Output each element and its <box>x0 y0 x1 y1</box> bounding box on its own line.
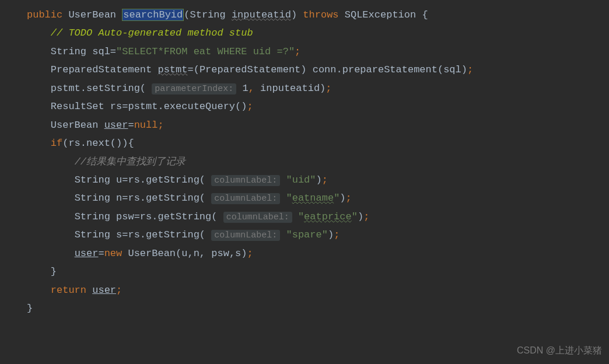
param-hint: columnLabel: <box>223 212 292 223</box>
code-line: user=new UserBean(u,n, psw,s); <box>27 244 609 262</box>
keyword-throws: throws <box>303 9 338 20</box>
type: UserBean <box>68 9 116 20</box>
code-line: //结果集中查找到了记录 <box>27 153 609 171</box>
code-line: if(rs.next()){ <box>27 134 609 152</box>
string-literal: "SELECT*FROM eat WHERE uid =?" <box>116 46 295 57</box>
param-hint: parameterIndex: <box>152 83 236 94</box>
exception-type: SQLException <box>345 9 416 20</box>
type: String <box>190 9 225 20</box>
code-line: // TODO Auto-generated method stub <box>27 24 609 42</box>
code-line: } <box>27 299 609 317</box>
keyword-null: null <box>134 120 158 131</box>
code-line: String sql="SELECT*FROM eat WHERE uid =?… <box>27 43 609 61</box>
comment-todo: // TODO Auto-generated method stub <box>51 27 253 38</box>
code-line: return user; <box>27 281 609 299</box>
code-line: String psw=rs.getString( columnLabel: "e… <box>27 208 609 226</box>
code-line: PreparedStatement pstmt=(PreparedStateme… <box>27 61 609 79</box>
param: inputeatid <box>232 9 291 20</box>
keyword-return: return <box>51 285 86 296</box>
param-hint: columnLabel: <box>211 175 280 186</box>
param-hint: columnLabel: <box>211 193 280 204</box>
code-line: UserBean user=null; <box>27 116 609 134</box>
watermark: CSDN @上进小菜猪 <box>517 342 602 359</box>
cast-type: PreparedStatement <box>200 64 300 75</box>
code-line: } <box>27 262 609 281</box>
method-name-highlight: searchByid <box>122 9 184 21</box>
keyword-new: new <box>104 248 123 259</box>
code-line: pstmt.setString( parameterIndex: 1, inpu… <box>27 79 609 97</box>
code-line: public UserBean searchByid(String inpute… <box>27 6 609 24</box>
code-editor[interactable]: public UserBean searchByid(String inpute… <box>0 6 609 317</box>
keyword-if: if <box>51 138 62 149</box>
keyword-public: public <box>27 9 62 20</box>
code-line: String s=rs.getString( columnLabel: "spa… <box>27 226 609 244</box>
comment: //结果集中查找到了记录 <box>75 156 186 167</box>
code-line: String n=rs.getString( columnLabel: "eat… <box>27 189 609 207</box>
code-line: String u=rs.getString( columnLabel: "uid… <box>27 171 609 189</box>
param-hint: columnLabel: <box>211 230 280 241</box>
code-line: ResultSet rs=pstmt.executeQuery(); <box>27 97 609 116</box>
